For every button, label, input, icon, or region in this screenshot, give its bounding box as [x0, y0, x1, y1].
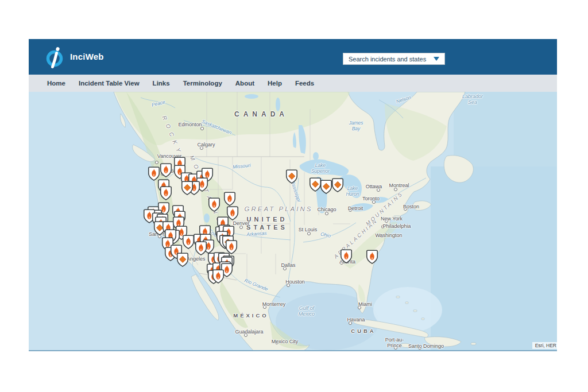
main-nav: HomeIncident Table ViewLinksTerminologyA… [29, 75, 557, 92]
incident-map[interactable]: CANADAUNITED STATESMÉXICOCUBAGREAT PLAIN… [29, 92, 557, 351]
fire-marker[interactable] [160, 163, 172, 177]
inciweb-logo-icon [45, 45, 67, 69]
incident-marker[interactable] [320, 180, 332, 194]
dropdown-arrow-icon [434, 57, 439, 61]
nav-item-help[interactable]: Help [268, 80, 282, 87]
nav-item-incident-table-view[interactable]: Incident Table View [79, 80, 140, 87]
nav-item-home[interactable]: Home [47, 80, 65, 87]
fire-marker[interactable] [195, 241, 207, 255]
map-bottom-edge [29, 350, 557, 351]
search-dropdown[interactable]: Search incidents and states [343, 53, 445, 65]
incident-marker[interactable] [177, 253, 189, 267]
fire-marker[interactable] [183, 235, 195, 249]
fire-marker[interactable] [341, 249, 353, 263]
brand-title: InciWeb [70, 52, 104, 61]
app-header: InciWeb Search incidents and states [29, 39, 557, 75]
fire-marker[interactable] [160, 186, 172, 200]
fire-marker[interactable] [366, 250, 378, 264]
search-placeholder-text: Search incidents and states [349, 56, 426, 63]
fire-marker[interactable] [224, 192, 236, 206]
inciweb-app: InciWeb Search incidents and states Home… [29, 39, 557, 351]
map-attribution: Esri, HER [532, 342, 557, 349]
fire-marker[interactable] [212, 269, 225, 284]
incident-marker[interactable] [310, 177, 322, 192]
nav-item-feeds[interactable]: Feeds [295, 80, 314, 87]
incident-marker[interactable] [332, 178, 344, 192]
nav-item-terminology[interactable]: Terminology [183, 80, 222, 87]
incident-marker[interactable] [181, 181, 194, 195]
fire-marker[interactable] [208, 197, 220, 212]
map-marker-layer [29, 92, 557, 351]
nav-item-links[interactable]: Links [153, 80, 170, 87]
incident-marker[interactable] [286, 169, 298, 184]
nav-item-about[interactable]: About [235, 80, 254, 87]
